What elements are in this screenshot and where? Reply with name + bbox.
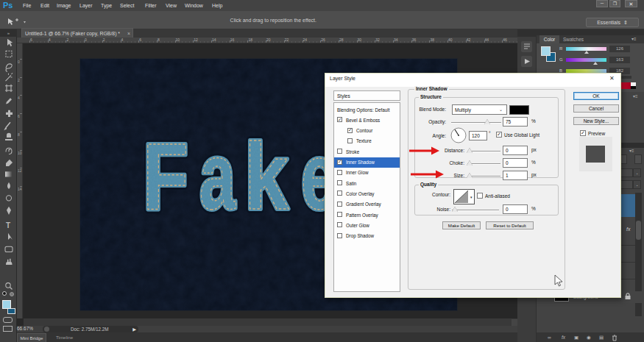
svg-text:T: T bbox=[6, 221, 11, 229]
svg-text:a: a bbox=[199, 124, 236, 229]
svg-text:k: k bbox=[244, 124, 289, 229]
svg-text:F: F bbox=[143, 124, 188, 229]
